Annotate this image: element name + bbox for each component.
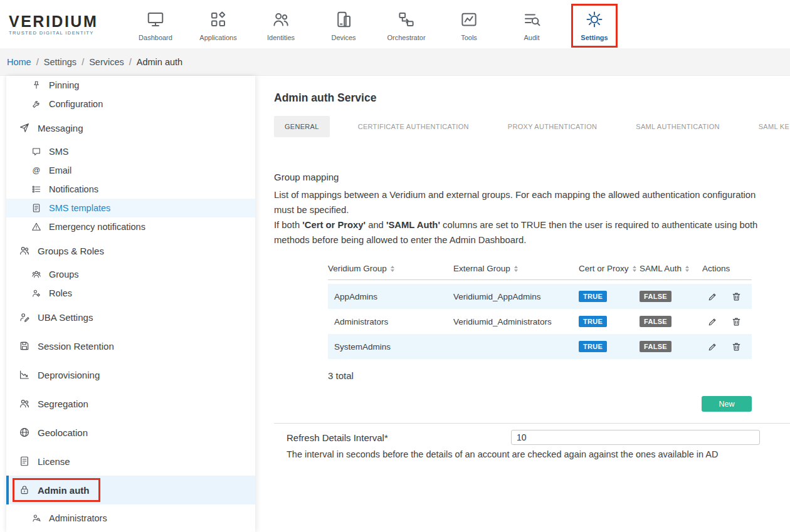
nav-label: Applications: [199, 34, 236, 41]
sidebar-item-deprovisioning[interactable]: Deprovisioning: [6, 360, 255, 389]
column-header-cert-or-proxy[interactable]: Cert or Proxy: [579, 264, 640, 273]
sidebar-item-administrators[interactable]: Administrators: [6, 504, 255, 532]
edit-button[interactable]: [707, 291, 718, 302]
cell-saml-auth: FALSE: [640, 316, 702, 327]
cell-cert-or-proxy: TRUE: [579, 341, 640, 352]
nav-applications[interactable]: Applications: [187, 8, 250, 41]
sidebar-item-pinning[interactable]: Pinning: [6, 76, 255, 95]
delete-button[interactable]: [731, 342, 742, 352]
roles-icon: [31, 288, 41, 298]
tools-icon: [460, 10, 478, 29]
sidebar-item-emergency-notifications[interactable]: Emergency notifications: [6, 217, 255, 236]
nav-audit[interactable]: Audit: [500, 8, 563, 41]
nav-identities[interactable]: Identities: [250, 8, 312, 41]
main-menu: Dashboard Applications Identities Device…: [124, 8, 626, 41]
false-badge: FALSE: [640, 341, 672, 352]
license-icon: [19, 456, 30, 467]
new-button[interactable]: New: [702, 396, 752, 412]
sidebar-item-license[interactable]: License: [6, 447, 255, 476]
nav-dashboard[interactable]: Dashboard: [124, 8, 187, 41]
nav-orchestrator[interactable]: Orchestrator: [375, 8, 438, 41]
cell-external-group: Veridiumid_AppAdmins: [453, 292, 579, 301]
admin-user-icon: [31, 513, 41, 523]
breadcrumb-separator: /: [82, 57, 84, 67]
column-header-veridium-group[interactable]: Veridium Group: [328, 264, 453, 273]
tab-general[interactable]: GENERAL: [274, 116, 330, 137]
tab-saml-authentication[interactable]: SAML AUTHENTICATION: [625, 116, 730, 137]
message-icon: [31, 147, 41, 157]
content: Pinning Configuration Messaging SMS Emai…: [0, 76, 790, 532]
group-mapping-table: Veridium Group External Group Cert or Pr…: [328, 258, 752, 381]
breadcrumb-settings[interactable]: Settings: [44, 57, 76, 67]
sidebar-item-geolocation[interactable]: Geolocation: [6, 418, 255, 447]
delete-button[interactable]: [731, 316, 742, 327]
audit-icon: [522, 10, 541, 29]
page: VERIDIUM TRUSTED DIGITAL IDENTITY Dashbo…: [0, 0, 790, 532]
group-mapping-section: Group mapping List of mappings between a…: [274, 172, 758, 248]
people-icon: [19, 245, 30, 256]
breadcrumb: Home / Settings / Services / Admin auth: [0, 48, 790, 76]
wrench-icon: [31, 99, 41, 109]
table-row: Administrators Veridiumid_Administrators…: [328, 309, 752, 334]
logo-text: VERIDIUM: [9, 13, 108, 29]
sidebar-item-admin-auth[interactable]: Admin auth: [6, 476, 255, 504]
sidebar-item-configuration[interactable]: Configuration: [6, 95, 255, 113]
edit-button[interactable]: [707, 342, 718, 352]
main-panel: Admin auth Service GENERAL CERTIFICATE A…: [255, 76, 790, 532]
document-icon: [31, 203, 41, 213]
sort-icon[interactable]: [514, 266, 518, 272]
refresh-interval-input[interactable]: [511, 430, 760, 445]
delete-button[interactable]: [731, 291, 742, 302]
save-icon: [19, 340, 30, 352]
sidebar-item-notifications[interactable]: Notifications: [6, 180, 255, 199]
list-icon: [31, 184, 41, 194]
column-header-external-group[interactable]: External Group: [453, 264, 579, 273]
veridium-logo[interactable]: VERIDIUM TRUSTED DIGITAL IDENTITY: [9, 13, 108, 36]
sidebar-item-email[interactable]: Email: [6, 161, 255, 180]
nav-label: Tools: [461, 34, 477, 41]
cell-veridium-group: Administrators: [334, 317, 453, 326]
table-row: AppAdmins Veridiumid_AppAdmins TRUE FALS…: [328, 284, 752, 309]
group-mapping-note: If both 'Cert or Proxy' and 'SAML Auth' …: [274, 217, 758, 248]
tab-saml-ke[interactable]: SAML KE: [748, 116, 790, 137]
sidebar-item-sms[interactable]: SMS: [6, 142, 255, 161]
sidebar-item-segregation[interactable]: Segregation: [6, 389, 255, 418]
edit-button[interactable]: [707, 316, 718, 327]
breadcrumb-services[interactable]: Services: [89, 57, 124, 67]
sidebar-item-groups[interactable]: Groups: [6, 265, 255, 284]
tab-certificate-authentication[interactable]: CERTIFICATE AUTHENTICATION: [347, 116, 480, 137]
tab-proxy-authentication[interactable]: PROXY AUTHENTICATION: [497, 116, 608, 137]
identities-icon: [271, 10, 290, 29]
sort-icon[interactable]: [633, 266, 636, 272]
nav-label: Audit: [524, 34, 539, 41]
sidebar-item-session-retention[interactable]: Session Retention: [6, 331, 255, 360]
breadcrumb-home[interactable]: Home: [7, 57, 31, 67]
nav-tools[interactable]: Tools: [438, 8, 500, 41]
nav-label: Devices: [331, 34, 356, 41]
tab-bar: GENERAL CERTIFICATE AUTHENTICATION PROXY…: [274, 116, 790, 137]
sidebar-item-messaging[interactable]: Messaging: [6, 113, 255, 142]
devices-icon: [334, 10, 353, 29]
globe-icon: [19, 427, 30, 438]
sidebar-item-roles[interactable]: Roles: [6, 284, 255, 303]
sidebar-item-uba-settings[interactable]: UBA Settings: [6, 303, 255, 331]
breadcrumb-separator: /: [36, 57, 39, 67]
table-actions-row: New: [328, 396, 752, 412]
cell-actions: [702, 342, 752, 352]
nav-label: Dashboard: [139, 34, 172, 41]
chart-down-icon: [19, 369, 30, 380]
lock-icon: [19, 484, 30, 496]
uba-icon: [19, 311, 30, 323]
top-navigation: VERIDIUM TRUSTED DIGITAL IDENTITY Dashbo…: [0, 0, 790, 48]
sort-icon[interactable]: [391, 266, 394, 272]
nav-settings[interactable]: Settings: [563, 8, 626, 41]
column-header-saml-auth[interactable]: SAML Auth: [640, 264, 702, 273]
cell-saml-auth: FALSE: [640, 291, 702, 302]
breadcrumb-separator: /: [129, 57, 132, 67]
nav-label: Orchestrator: [387, 34, 425, 41]
nav-devices[interactable]: Devices: [312, 8, 375, 41]
sidebar-item-groups-roles[interactable]: Groups & Roles: [6, 236, 255, 265]
group-mapping-description: List of mappings between a Veridium and …: [274, 187, 758, 217]
sidebar-item-sms-templates[interactable]: SMS templates: [6, 199, 255, 217]
sort-icon[interactable]: [685, 266, 689, 272]
